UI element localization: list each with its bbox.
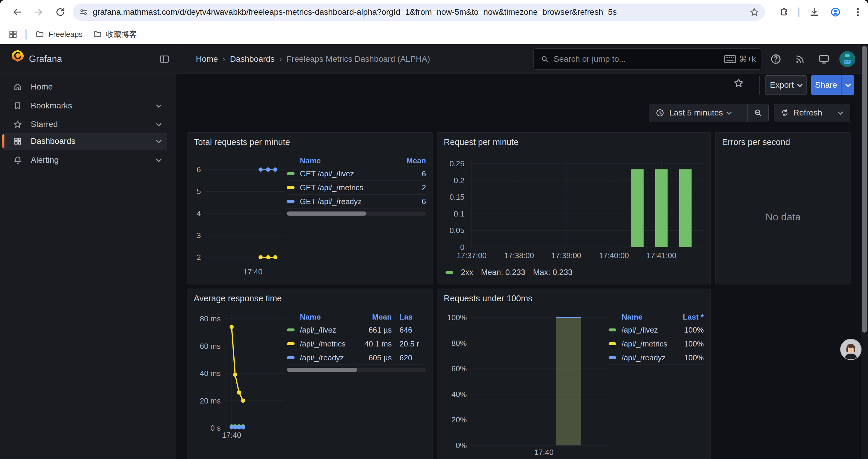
sidebar-item-dashboards[interactable]: Dashboards [2,133,167,150]
search-shortcut: ⌘+k [739,54,756,64]
legend-row[interactable]: /api/_/readyz100% [609,351,704,365]
column-header[interactable]: Name [300,313,350,322]
url-bar[interactable]: grafana.mathmast.com/d/deytv4rwavabkb/fr… [73,4,765,21]
svg-text:20 ms: 20 ms [200,396,221,405]
bookmark-folder-freeleaps[interactable]: Freeleaps [35,24,83,44]
page-scrollbar-thumb[interactable] [862,46,867,333]
breadcrumb-dashboards[interactable]: Dashboards [230,54,275,64]
share-label: Share [815,80,837,90]
brand-text[interactable]: Grafana [29,44,62,74]
legend-row[interactable]: /api/_/metrics40.1 ms20.5 r [287,337,426,351]
panel-title[interactable]: Total requests per minute [194,137,290,147]
series-color-pill [287,342,294,345]
legend-row[interactable]: GET /api/_/metrics2 [287,181,426,195]
column-header[interactable]: Mean [385,156,426,165]
legend-mean: 40.1 ms [350,339,392,349]
bookmarks-separator [25,29,27,40]
apps-grid-icon[interactable] [8,30,18,39]
chevron-down-icon[interactable] [156,157,161,162]
breadcrumb-home[interactable]: Home [196,54,218,64]
svg-text:40%: 40% [452,390,467,399]
home-icon [13,82,23,92]
column-header[interactable]: Last * [670,313,704,322]
svg-text:3: 3 [197,231,201,240]
legend-row[interactable]: GET /api/_/livez6 [287,167,426,181]
profile-icon[interactable] [830,7,841,18]
grafana-logo[interactable] [11,49,25,63]
bookmark-star-icon[interactable] [749,7,759,17]
forward-icon[interactable] [33,7,44,18]
panel-total-requests: Total requests per minute 17:4065432 Nam… [187,132,433,285]
user-avatar[interactable] [839,51,856,67]
share-button[interactable]: Share [811,75,841,95]
sidebar-item-home[interactable]: Home [2,78,167,95]
zoom-out-icon[interactable] [754,108,763,117]
legend-row[interactable]: /api/_/readyz605 µs620 [287,351,426,365]
chevron-down-icon[interactable] [156,102,161,107]
column-header[interactable]: Las [392,313,426,322]
dashboards-grid-icon [13,136,23,146]
panel-title[interactable]: Errors per second [722,137,790,147]
browser-toolbar: grafana.mathmast.com/d/deytv4rwavabkb/fr… [0,0,868,24]
reload-icon[interactable] [55,7,66,18]
svg-text:80%: 80% [452,339,467,348]
sidebar-item-starred[interactable]: Starred [2,116,167,133]
svg-text:60 ms: 60 ms [200,342,221,351]
legend-scrollbar[interactable] [287,211,426,216]
chevron-down-icon[interactable] [156,121,161,126]
column-header[interactable]: Name [300,156,385,165]
group-divider [747,104,748,122]
legend-scrollbar-thumb[interactable] [287,368,357,372]
chevron-down-icon[interactable] [156,138,161,143]
svg-text:40 ms: 40 ms [200,369,221,378]
chevron-down-icon [845,81,850,87]
column-header[interactable]: Mean [350,313,392,322]
help-icon[interactable] [770,54,781,65]
legend-row[interactable]: GET /api/_/readyz6 [287,195,426,208]
series-color-pill [287,172,294,175]
average-response-time-chart: 17:4080 ms60 ms40 ms20 ms0 s [187,313,291,459]
legend-scrollbar-thumb[interactable] [287,211,366,216]
total-requests-chart: 17:4065432 [187,159,291,285]
legend-mean: 2 [385,183,426,192]
series-color-pill [445,271,453,274]
column-header[interactable]: Name [622,313,670,322]
sidebar-item-label: Bookmarks [31,101,157,110]
download-icon[interactable] [809,7,819,18]
floating-assistant-avatar[interactable] [840,338,862,361]
url-text[interactable]: grafana.mathmast.com/d/deytv4rwavabkb/fr… [93,7,746,17]
panel-title[interactable]: Average response time [194,294,282,303]
sidebar-item-alerting[interactable]: Alerting [2,152,167,169]
extensions-icon[interactable] [778,7,789,18]
panel-title[interactable]: Requests under 100ms [444,294,532,303]
svg-text:4: 4 [197,209,201,218]
search-input[interactable]: Search or jump to... ⌘+k [533,48,761,70]
chevron-down-icon [797,81,802,87]
monitor-icon[interactable] [818,54,830,65]
svg-text:17:40:00: 17:40:00 [599,251,629,260]
svg-text:17:41:00: 17:41:00 [646,251,676,260]
sidebar-toggle-icon[interactable] [159,54,169,64]
menu-dots-icon[interactable] [852,7,863,18]
back-icon[interactable] [12,7,23,18]
legend-row[interactable]: /api/_/livez100% [609,323,704,337]
breadcrumb-page-title: Freeleaps Metrics Dashboard (ALPHA) [286,54,430,64]
news-rss-icon[interactable] [795,54,806,65]
legend-name: /api/_/readyz [622,353,670,362]
refresh-button[interactable]: Refresh [774,104,850,122]
panel-title[interactable]: Request per minute [444,137,519,147]
legend-row[interactable]: /api/_/livez661 µs646 [287,323,426,337]
chevron-down-icon[interactable] [838,109,843,114]
share-dropdown-button[interactable] [841,75,854,95]
legend-table: NameLast */api/_/livez100%/api/_/metrics… [609,311,704,365]
site-settings-icon[interactable] [79,8,88,17]
legend-row[interactable]: /api/_/metrics100% [609,337,704,351]
bookmark-folder-blogs[interactable]: 收藏博客 [93,24,137,44]
time-range-picker[interactable]: Last 5 minutes [649,104,769,122]
series-color-pill [609,328,616,331]
export-button[interactable]: Export [765,75,807,95]
legend-scrollbar[interactable] [287,368,426,372]
favorite-star-icon[interactable] [733,77,744,89]
sidebar-item-bookmarks[interactable]: Bookmarks [2,97,167,114]
chart-legend[interactable]: 2xx Mean: 0.233 Max: 0.233 [445,268,572,277]
